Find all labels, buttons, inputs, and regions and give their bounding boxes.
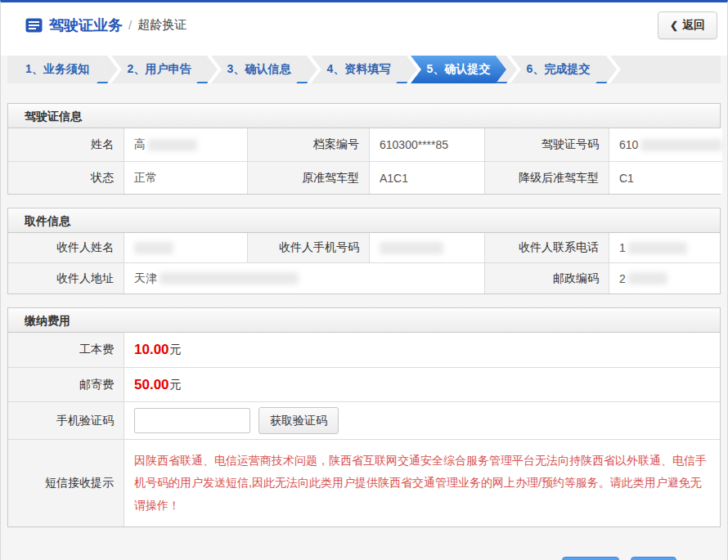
main-content: 1、业务须知 2、用户申告 3、确认信息 4、资料填写 5、确认提交 6、完成提…: [1, 56, 727, 560]
chevron-left-icon: ❮: [670, 20, 678, 31]
field-value-name: 高: [124, 128, 247, 161]
page-header: 驾驶证业务 / 超龄换证 ❮ 返回: [1, 2, 727, 47]
footer-actions: 上一步 完成: [7, 540, 721, 560]
redacted-value: [148, 139, 197, 151]
section-title: 取件信息: [8, 208, 720, 233]
sms-warning-text: 因陕西省联通、电信运营商技术问题，陕西省互联网交通安全综合服务管理平台无法向持陕…: [134, 450, 708, 517]
field-value-downgraded-class: C1: [609, 161, 722, 194]
field-value-address: 天津: [124, 262, 484, 293]
step-progress-bar: 1、业务须知 2、用户申告 3、确认信息 4、资料填写 5、确认提交 6、完成提…: [7, 56, 721, 83]
section-license-info: 驾驶证信息 姓名 高 档案编号 610300****85 驾驶证号码 610 状…: [7, 103, 721, 195]
step-5-confirm-submit-active: 5、确认提交: [407, 56, 506, 83]
field-label-file-number: 档案编号: [247, 128, 369, 161]
field-value-file-number: 610300****85: [369, 128, 484, 161]
field-label-address: 收件人地址: [8, 262, 124, 293]
field-value-contact-phone: 1: [609, 233, 720, 262]
redacted-value: [160, 272, 299, 284]
breadcrumb-current: 超龄换证: [137, 17, 186, 33]
field-label-postage-fee: 邮寄费: [8, 367, 124, 401]
field-label-recipient-name: 收件人姓名: [8, 233, 124, 262]
field-value-recipient-name: [124, 233, 247, 262]
back-button[interactable]: ❮ 返回: [658, 11, 717, 39]
field-label-production-fee: 工本费: [8, 333, 124, 367]
fee-unit: 元: [170, 343, 182, 357]
header-gap: [1, 47, 727, 56]
step-label: 3、确认信息: [227, 62, 291, 77]
field-label-license-number: 驾驶证号码: [484, 128, 609, 161]
redacted-value: [628, 272, 667, 284]
section-pickup-info: 取件信息 收件人姓名 收件人手机号码 收件人联系电话 1 收件人地址 天津: [7, 208, 721, 294]
step-label: 4、资料填写: [327, 62, 391, 77]
field-value-sms-notice: 因陕西省联通、电信运营商技术问题，陕西省互联网交通安全综合服务管理平台无法向持陕…: [124, 439, 720, 526]
field-value-postal-code: 2: [609, 262, 720, 293]
step-4-fill-materials: 4、资料填写: [307, 56, 407, 83]
field-value-original-class: A1C1: [369, 161, 484, 194]
redacted-value: [640, 139, 722, 151]
field-value-verification-code: 获取验证码: [124, 401, 720, 439]
step-3-confirm-info: 3、确认信息: [207, 56, 307, 83]
section-title: 驾驶证信息: [8, 104, 720, 128]
field-label-verification-code: 手机验证码: [8, 401, 124, 439]
page-container: 驾驶证业务 / 超龄换证 ❮ 返回 1、业务须知 2、用户申告 3、确认信息 4…: [0, 0, 728, 560]
field-label-downgraded-class: 降级后准驾车型: [484, 161, 609, 194]
field-label-recipient-mobile: 收件人手机号码: [247, 233, 369, 262]
step-1-business-notice: 1、业务须知: [7, 56, 107, 83]
field-label-contact-phone: 收件人联系电话: [484, 233, 609, 262]
step-label: 5、确认提交: [427, 62, 491, 77]
back-button-label: 返回: [682, 18, 705, 33]
field-value-production-fee: 10.00 元: [124, 333, 720, 367]
postage-fee-amount: 50.00: [134, 377, 169, 393]
field-value-recipient-mobile: [369, 233, 484, 262]
field-label-sms-notice: 短信接收提示: [8, 439, 124, 526]
field-value-postage-fee: 50.00 元: [124, 367, 720, 401]
step-bar-filler: [606, 56, 721, 83]
step-label: 2、用户申告: [128, 62, 191, 77]
production-fee-amount: 10.00: [134, 342, 169, 358]
step-label: 1、业务须知: [25, 62, 89, 77]
previous-step-button[interactable]: 上一步: [562, 557, 619, 560]
field-label-name: 姓名: [8, 128, 124, 161]
field-label-status: 状态: [8, 161, 124, 194]
field-label-postal-code: 邮政编码: [484, 262, 609, 293]
field-value-license-number: 610: [609, 128, 722, 161]
step-6-finish-submit: 6、完成提交: [506, 56, 606, 83]
finish-button[interactable]: 完成: [631, 557, 676, 560]
section-fees: 缴纳费用 工本费 10.00 元 邮寄费 50.00 元 手机验证码 获取验证码…: [7, 307, 721, 527]
page-title: 驾驶证业务: [49, 16, 123, 35]
step-label: 6、完成提交: [527, 62, 591, 77]
breadcrumb-separator: /: [128, 18, 132, 32]
redacted-value: [134, 242, 173, 254]
fee-unit: 元: [170, 378, 182, 392]
section-title: 缴纳费用: [8, 308, 720, 333]
field-value-status: 正常: [124, 161, 247, 194]
get-code-button[interactable]: 获取验证码: [258, 407, 339, 434]
verification-code-input[interactable]: [134, 408, 250, 433]
step-2-user-declaration: 2、用户申告: [107, 56, 207, 83]
list-form-icon: [25, 18, 43, 33]
steps-gap: [7, 83, 721, 103]
field-label-original-class: 原准驾车型: [247, 161, 369, 194]
redacted-value: [380, 242, 443, 254]
redacted-value: [628, 242, 687, 254]
